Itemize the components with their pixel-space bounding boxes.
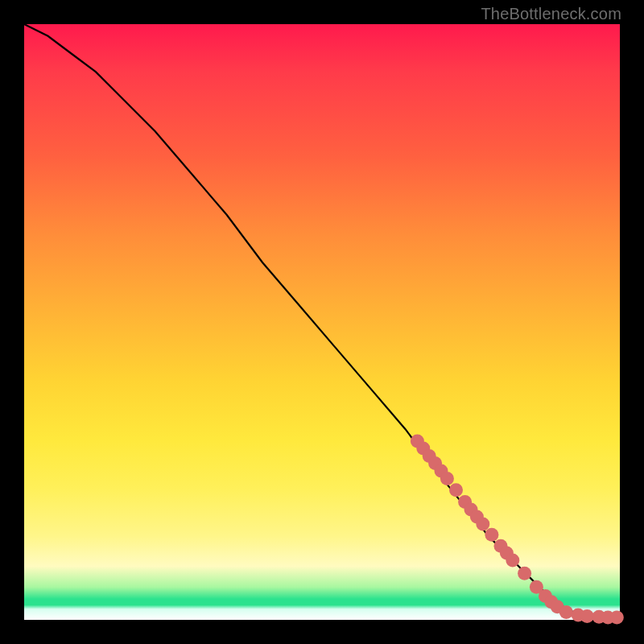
data-marker [610,611,624,625]
data-marker [506,554,519,568]
data-marker [518,567,531,580]
data-marker [580,609,594,623]
data-marker [449,483,463,497]
data-marker [485,528,498,542]
chart-svg [24,24,620,620]
data-marker [559,605,573,619]
data-marker [440,472,454,485]
attribution-label: TheBottleneck.com [481,5,621,23]
series-curve [24,24,620,617]
data-marker [476,517,489,530]
marker-group [411,435,624,625]
chart-frame: TheBottleneck.com [0,0,644,644]
